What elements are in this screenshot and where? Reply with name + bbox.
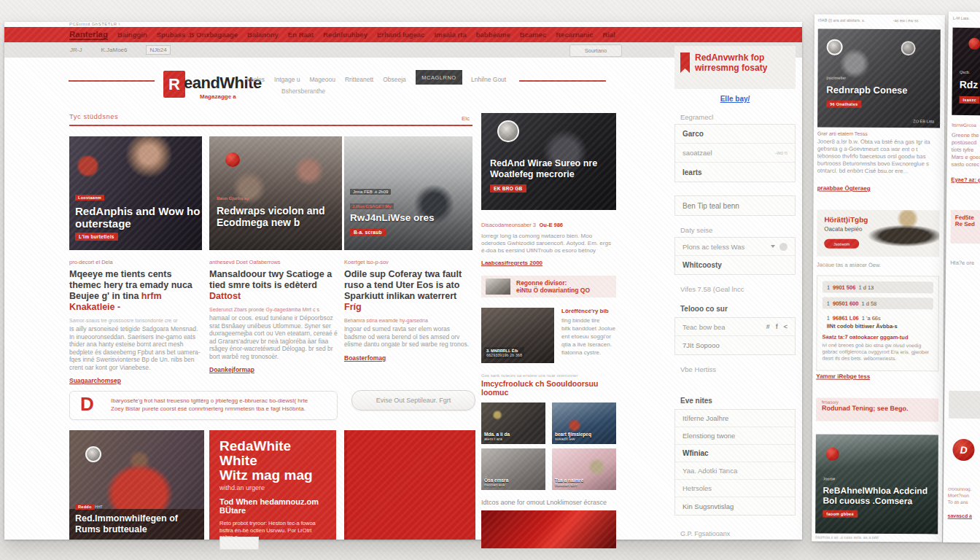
article-title[interactable]: Odile sup Coferay twa fault ruso a tend … [344,269,472,313]
header-dark-button[interactable]: MCAGLRNO [416,70,462,85]
article-image[interactable]: Jrma FEB .é 2b09 3.Run GSAGE? My RwJ4nLi… [344,136,472,250]
frag-article-image[interactable]: psicioreiter Rednrapb Conese 96 Onathate… [817,29,941,128]
header-nav-link[interactable]: Rritteanett [345,76,373,83]
header-after-link[interactable]: Lnhilne Gout [471,76,506,83]
frag-headline[interactable]: Rdz [960,79,979,90]
frag-link-2[interactable]: Yammr iRebge tess [816,373,870,380]
toolbar-item-badge[interactable]: NJb24 [146,45,170,55]
score-row[interactable]: 1 90501 600 1 d 58 [822,298,933,310]
nav-item[interactable]: Recarnanic [556,31,593,39]
nav-item[interactable]: En Raat [288,31,314,39]
score-row[interactable]: 1 96861 L06 1 'a 66s [822,313,933,324]
sidebar-item[interactable]: Yaa. Adotki Tanca [675,462,795,480]
author-avatar[interactable] [827,39,843,55]
featured-link[interactable]: Laabcasifregrets 2000 [481,260,616,266]
mini-article[interactable]: 3. MNRRRLL É/b 662933919b 2b 368 Löréffê… [481,308,616,363]
filter-dropdown[interactable]: Plons ac teless Was [675,238,795,256]
article-headline-overlay[interactable]: Redwraps vicolon and Ecodmega new b [217,205,325,228]
sidebar-item[interactable]: Kin Sugsnvtislag [675,497,795,515]
sidebar-item[interactable]: saoatzael -wo n [675,144,795,163]
featured-art-image[interactable] [481,510,616,548]
social-icon-1[interactable]: # [766,323,770,330]
sidebar-item[interactable]: Hetrsoles [675,480,795,497]
article-title[interactable]: Mqeeye me tients cents themec hery tra e… [69,269,202,313]
sidebar-item[interactable]: Garco [675,125,795,144]
social-icon-2[interactable]: f [776,323,778,330]
subscribe-button[interactable]: Sourtano [569,44,622,57]
bottom-article-card[interactable]: F.EMRLRGHHT Reddo Red.Immonwhilfegen of … [69,430,204,540]
nav-brand[interactable]: Ranterlag [69,30,108,40]
grid-thumb[interactable]: Mda. a ii da atem t ara [481,402,545,444]
featured-image[interactable]: RedAnd Wirae Sureo nre Woatlefeg mecrori… [481,113,616,210]
grid-thumb[interactable]: beart fjimsiepeq susadît lew [552,402,616,444]
cta-button[interactable]: Evise Out Septileaur. Fgrt [351,390,475,411]
article-title[interactable]: Mansaldoour twy Scatioge a tied smre toi… [209,269,342,302]
frag-link[interactable]: Eyae? az: g [951,176,980,183]
mini-article-image[interactable]: 3. MNRRRLL É/b 662933919b 2b 368 [481,308,554,363]
category-tag[interactable]: Baun Gjurbs ay [217,196,249,201]
promo-banner[interactable]: Regonne divisor: eiNtu Ö dowarianting QO [481,276,616,298]
ad-button[interactable]: Jsooeom [824,239,859,249]
header-nav-link[interactable]: Obseeja [383,76,406,83]
category-tag[interactable]: 3.Run GSAGE? My [350,203,394,209]
featured-headline-overlay[interactable]: RedAnd Wirae Sureo nre Woatlefeg mecrori… [490,158,597,180]
frag-pink-banner[interactable]: Fed5te Re Sed [950,210,980,244]
frag-headline-2[interactable]: ReBAhnelWhloa Acdcind Bol cuouss .Comser… [822,486,928,507]
sidebar-item[interactable]: Iearts [675,163,795,182]
nav-item[interactable]: Spubass .B Onxbagaage [157,31,238,39]
frag-tag[interactable]: 96 Onathates [826,101,861,108]
grid-thumb[interactable]: Tsa a naimré ffteeoart slirr [552,448,616,490]
nav-item[interactable]: Rednfuuhbey [323,31,368,39]
nav-item[interactable]: Bcamec [520,31,546,39]
author-avatar-2[interactable] [901,41,916,55]
frag-pink-banner[interactable]: fesasory Rodunad Tening; see Bego. [816,398,938,422]
nav-item[interactable]: Balanony [247,31,279,39]
read-more-link[interactable]: Doankejformap [209,366,342,373]
read-more-link[interactable]: Boasterfomag [344,354,472,362]
header-nav-link[interactable]: Intgage u [274,76,300,83]
nav-item[interactable]: babbéame [476,31,510,39]
article-headline-overlay[interactable]: RwJ4nLiWse ores [350,212,435,223]
header-nav-link[interactable]: Mageoou [310,76,335,83]
sidebar-item[interactable]: Whitcoosty [675,256,795,274]
grid-thumb[interactable]: Ösa emsra rtscoart avk [481,448,545,490]
nav-item[interactable]: Erhand lugeac [377,31,424,39]
mini-article-link[interactable]: Löréffêncé'ry bib [561,308,615,314]
header-nav-link[interactable]: Inteles [246,76,265,83]
sidebar-item[interactable]: 7JIt Sopooo [675,336,795,354]
nav-item[interactable]: Bainggin [117,31,147,39]
sidebar-item[interactable]: Wfiniac [675,445,795,462]
toolbar-item-account[interactable]: K.JaMoe6 [101,47,127,53]
frag-article-image[interactable]: Qscb. Rdz Isaszc [952,28,980,116]
frag-ad-banner[interactable]: Hörätt)iTgbg Oacata bepiéo Jsooeom [817,210,939,257]
sidebar-item[interactable]: Elenstiong twone [675,427,795,445]
header-nav-sublink[interactable]: Bshersberanthe [281,88,325,95]
logo-mark[interactable]: R [163,71,185,98]
frag-tag[interactable]: Isaszc [959,96,979,104]
category-tag[interactable]: Reddo [75,504,95,510]
author-avatar[interactable] [497,120,519,142]
article-image[interactable]: Baun Gjurbs ay Redwraps vicolon and Ecod… [209,136,342,250]
frag-link-2[interactable]: savascd a [948,513,973,518]
sidebar-item[interactable]: Itíferne Joalhre [675,410,795,427]
featured-tag[interactable]: EK BRO GB [490,184,526,192]
toolbar-item-clock[interactable]: JR-J [70,47,82,53]
category-tag[interactable]: Loostaanm [75,195,104,201]
nav-item[interactable]: Imsala rta [434,31,466,39]
article-tag[interactable]: L'im burtetleis [75,233,118,241]
author-avatar[interactable] [85,446,101,462]
red-promo-box[interactable]: RedaWhite White Witz mag mag withd.an ur… [209,430,336,540]
score-row[interactable]: 1 9901 506 1 d 13 [822,281,933,294]
article-image[interactable]: Loostaanm RedAnphis and Wow ho outerstag… [69,136,202,250]
frag-link[interactable]: praabbae Ögteraeg [817,185,871,192]
social-icon-3[interactable]: < [784,323,788,330]
frag-article-image-2[interactable]: Joorti# ReBAhnelWhloa Acdcind Bol cuouss… [815,435,938,534]
frag-tag-2[interactable]: faoom gbbea [822,510,858,518]
article-headline-overlay[interactable]: RedAnphis and Wow ho outerstage [75,205,200,230]
frag-headline[interactable]: Rednrapb Conese [826,85,907,96]
read-more-link[interactable]: Suagaarchomsep [69,377,202,384]
nav-item[interactable]: Rial [602,31,615,39]
redbox-button[interactable] [219,537,259,550]
article-tag[interactable]: B-a. scraub [350,228,386,236]
sidebar-row-single[interactable]: Ben Tip teal benn [674,195,796,216]
